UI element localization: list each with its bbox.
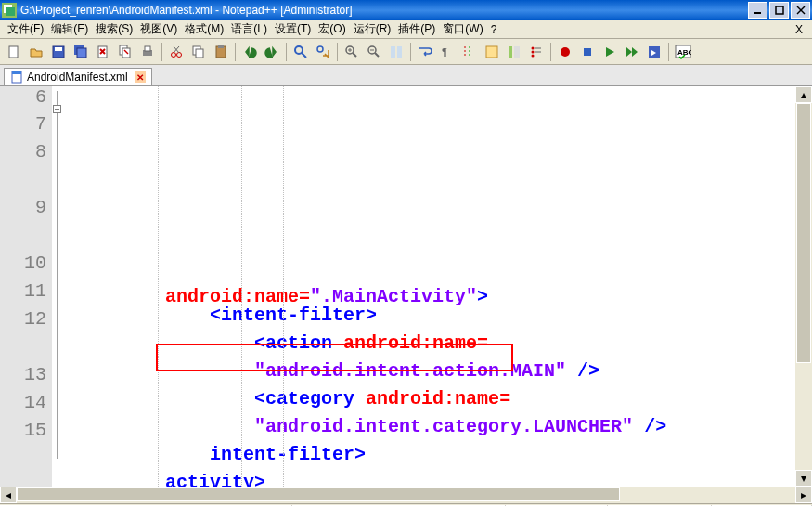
menu-file[interactable]: 文件(F)	[4, 19, 47, 39]
svg-rect-38	[391, 46, 395, 58]
svg-rect-39	[397, 46, 402, 58]
open-button[interactable]	[26, 42, 46, 62]
menu-run[interactable]: 运行(R)	[350, 19, 395, 39]
menu-window[interactable]: 窗口(W)	[439, 19, 486, 39]
menu-edit[interactable]: 编辑(E)	[47, 19, 92, 39]
stop-macro-button[interactable]	[577, 42, 598, 62]
file-tab[interactable]: AndroidManifest.xml ✕	[4, 68, 152, 85]
indent-guide-button[interactable]	[459, 42, 480, 62]
scroll-thumb[interactable]	[796, 103, 811, 363]
sync-v-button[interactable]	[386, 42, 406, 62]
close-all-button[interactable]	[115, 42, 135, 62]
svg-rect-27	[218, 45, 224, 48]
tab-close-button[interactable]: ✕	[135, 71, 146, 83]
menu-macro[interactable]: 宏(O)	[315, 19, 349, 39]
menu-x[interactable]: X	[795, 23, 808, 36]
svg-point-51	[561, 47, 570, 57]
menu-plugins[interactable]: 插件(P)	[394, 19, 439, 39]
fold-column[interactable]	[52, 86, 65, 487]
tab-label: AndroidManifest.xml	[27, 71, 128, 84]
fold-toggle[interactable]	[53, 105, 61, 113]
svg-point-20	[172, 52, 176, 57]
vertical-scrollbar[interactable]: ▴ ▾	[795, 86, 812, 487]
svg-rect-4	[776, 6, 783, 14]
svg-rect-52	[584, 48, 591, 56]
svg-rect-7	[9, 46, 18, 58]
new-button[interactable]	[4, 42, 24, 62]
cut-button[interactable]	[166, 42, 187, 62]
maximize-button[interactable]	[769, 2, 789, 19]
save-button[interactable]	[48, 42, 69, 62]
menu-language[interactable]: 语言(L)	[227, 19, 271, 39]
scroll-up-button[interactable]: ▴	[795, 86, 812, 103]
menu-settings[interactable]: 设置(T)	[271, 19, 315, 39]
title-bar: G:\Project_renren\AndroidManifest.xml - …	[0, 0, 812, 20]
print-button[interactable]	[137, 42, 158, 62]
spell-check-button[interactable]: ABC	[673, 42, 693, 62]
svg-rect-25	[196, 49, 203, 58]
func-list-button[interactable]	[526, 42, 547, 62]
close-button[interactable]	[791, 2, 810, 19]
svg-rect-44	[509, 46, 512, 58]
svg-rect-9	[55, 47, 62, 51]
scroll-right-button[interactable]: ▸	[795, 487, 812, 503]
tab-bar: AndroidManifest.xml ✕	[0, 65, 812, 85]
save-macro-button[interactable]	[644, 42, 664, 62]
copy-button[interactable]	[188, 42, 209, 62]
svg-rect-57	[12, 71, 21, 74]
horizontal-scrollbar[interactable]: ◂ ▸	[0, 487, 812, 503]
undo-button[interactable]	[239, 42, 260, 62]
editor: 6789101112131415 android:name=".MainActi…	[0, 85, 812, 487]
play-macro-button[interactable]	[599, 42, 620, 62]
svg-point-28	[295, 46, 303, 54]
svg-rect-19	[145, 46, 150, 51]
svg-point-21	[177, 52, 182, 57]
menu-view[interactable]: 视图(V)	[136, 19, 181, 39]
find-button[interactable]	[290, 42, 311, 62]
record-macro-button[interactable]	[555, 42, 575, 62]
code-area[interactable]: android:name=".MainActivity"> <intent-fi…	[65, 86, 812, 487]
svg-point-30	[317, 46, 323, 52]
svg-text:¶: ¶	[442, 46, 447, 58]
doc-map-button[interactable]	[504, 42, 524, 62]
show-all-chars-button[interactable]: ¶	[437, 42, 458, 62]
hscroll-thumb[interactable]	[17, 487, 620, 501]
menu-search[interactable]: 搜索(S)	[92, 19, 136, 39]
menu-help[interactable]: ?	[487, 21, 501, 38]
zoom-in-button[interactable]	[342, 42, 362, 62]
line-gutter: 6789101112131415	[0, 86, 52, 487]
close-file-button[interactable]	[93, 42, 113, 62]
user-lang-button[interactable]	[482, 42, 502, 62]
scroll-left-button[interactable]: ◂	[0, 487, 17, 503]
minimize-button[interactable]	[748, 2, 767, 19]
svg-line-34	[353, 53, 356, 57]
app-icon	[2, 3, 17, 18]
zoom-out-button[interactable]	[364, 42, 384, 62]
svg-rect-43	[486, 46, 497, 58]
toolbar: ¶ ABC	[0, 39, 812, 65]
svg-line-37	[375, 53, 379, 57]
scroll-down-button[interactable]: ▾	[795, 470, 812, 487]
svg-point-46	[532, 46, 535, 49]
save-all-button[interactable]	[71, 42, 91, 62]
menu-format[interactable]: 格式(M)	[181, 19, 227, 39]
window-title: G:\Project_renren\AndroidManifest.xml - …	[20, 4, 748, 17]
play-multi-button[interactable]	[622, 42, 642, 62]
svg-rect-45	[514, 46, 520, 58]
file-icon	[10, 71, 23, 84]
highlight-box	[156, 344, 513, 371]
menu-bar: 文件(F) 编辑(E) 搜索(S) 视图(V) 格式(M) 语言(L) 设置(T…	[0, 20, 812, 39]
svg-point-48	[532, 54, 535, 57]
svg-point-47	[532, 50, 535, 53]
wordwrap-button[interactable]	[415, 42, 435, 62]
svg-rect-11	[77, 48, 86, 58]
svg-rect-2	[6, 7, 15, 16]
svg-line-29	[302, 53, 306, 58]
redo-button[interactable]	[262, 42, 282, 62]
replace-button[interactable]	[313, 42, 333, 62]
paste-button[interactable]	[211, 42, 231, 62]
